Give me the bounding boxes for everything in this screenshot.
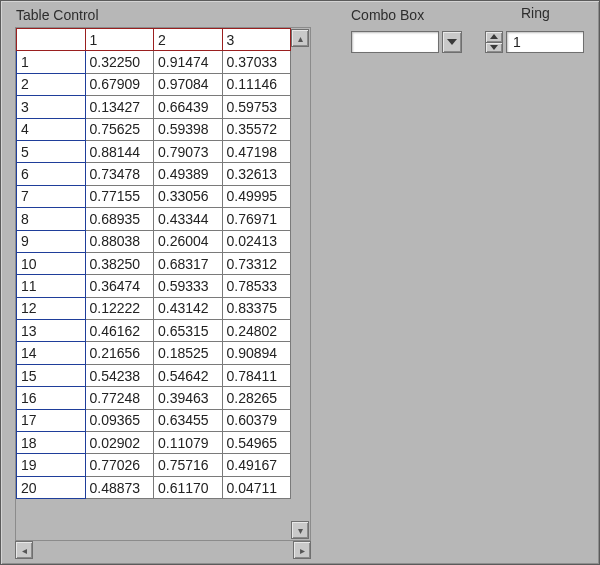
table-row[interactable]: 160.772480.394630.28265 <box>17 387 291 409</box>
table-grid[interactable]: 1 2 3 10.322500.914740.3703320.679090.97… <box>16 28 291 499</box>
table-hscroll[interactable]: ◂ ▸ <box>15 541 311 559</box>
cell[interactable]: 0.66439 <box>154 96 223 118</box>
cell[interactable]: 0.90894 <box>222 342 291 364</box>
row-header[interactable]: 11 <box>17 275 86 297</box>
row-header[interactable]: 6 <box>17 163 86 185</box>
cell[interactable]: 0.68317 <box>154 252 223 274</box>
row-header[interactable]: 7 <box>17 185 86 207</box>
cell[interactable]: 0.76971 <box>222 208 291 230</box>
cell[interactable]: 0.26004 <box>154 230 223 252</box>
cell[interactable]: 0.33056 <box>154 185 223 207</box>
col-header[interactable]: 3 <box>222 29 291 51</box>
cell[interactable]: 0.49995 <box>222 185 291 207</box>
cell[interactable]: 0.04711 <box>222 476 291 498</box>
cell[interactable]: 0.24802 <box>222 320 291 342</box>
cell[interactable]: 0.78411 <box>222 364 291 386</box>
cell[interactable]: 0.60379 <box>222 409 291 431</box>
row-header[interactable]: 19 <box>17 454 86 476</box>
table-row[interactable]: 60.734780.493890.32613 <box>17 163 291 185</box>
table-row[interactable]: 200.488730.611700.04711 <box>17 476 291 498</box>
table-row[interactable]: 40.756250.593980.35572 <box>17 118 291 140</box>
table-row[interactable]: 80.689350.433440.76971 <box>17 208 291 230</box>
cell[interactable]: 0.59333 <box>154 275 223 297</box>
cell[interactable]: 0.68935 <box>85 208 154 230</box>
table-row[interactable]: 10.322500.914740.37033 <box>17 51 291 73</box>
cell[interactable]: 0.09365 <box>85 409 154 431</box>
combo-box[interactable] <box>351 31 462 53</box>
row-header[interactable]: 17 <box>17 409 86 431</box>
cell[interactable]: 0.38250 <box>85 252 154 274</box>
combo-field[interactable] <box>351 31 439 53</box>
cell[interactable]: 0.75716 <box>154 454 223 476</box>
cell[interactable]: 0.59398 <box>154 118 223 140</box>
cell[interactable]: 0.43344 <box>154 208 223 230</box>
cell[interactable]: 0.13427 <box>85 96 154 118</box>
row-header[interactable]: 5 <box>17 140 86 162</box>
table-row[interactable]: 120.122220.431420.83375 <box>17 297 291 319</box>
cell[interactable]: 0.02902 <box>85 432 154 454</box>
table-row[interactable]: 140.216560.185250.90894 <box>17 342 291 364</box>
cell[interactable]: 0.91474 <box>154 51 223 73</box>
table-control[interactable]: 1 2 3 10.322500.914740.3703320.679090.97… <box>15 27 311 559</box>
ring-decrement-button[interactable] <box>485 43 503 54</box>
ring-spinner[interactable] <box>485 31 503 53</box>
cell[interactable]: 0.73478 <box>85 163 154 185</box>
row-header[interactable]: 4 <box>17 118 86 140</box>
combo-dropdown-button[interactable] <box>442 31 462 53</box>
row-header[interactable]: 14 <box>17 342 86 364</box>
cell[interactable]: 0.49167 <box>222 454 291 476</box>
cell[interactable]: 0.54965 <box>222 432 291 454</box>
cell[interactable]: 0.88144 <box>85 140 154 162</box>
col-header[interactable]: 1 <box>85 29 154 51</box>
row-header[interactable]: 12 <box>17 297 86 319</box>
cell[interactable]: 0.65315 <box>154 320 223 342</box>
cell[interactable]: 0.35572 <box>222 118 291 140</box>
cell[interactable]: 0.43142 <box>154 297 223 319</box>
cell[interactable]: 0.11146 <box>222 73 291 95</box>
cell[interactable]: 0.12222 <box>85 297 154 319</box>
table-vscroll[interactable]: ▴ ▾ <box>291 29 309 539</box>
row-header[interactable]: 20 <box>17 476 86 498</box>
cell[interactable]: 0.28265 <box>222 387 291 409</box>
table-row[interactable]: 50.881440.790730.47198 <box>17 140 291 162</box>
cell[interactable]: 0.97084 <box>154 73 223 95</box>
table-row[interactable]: 130.461620.653150.24802 <box>17 320 291 342</box>
table-row[interactable]: 20.679090.970840.11146 <box>17 73 291 95</box>
scroll-up-button[interactable]: ▴ <box>291 29 309 47</box>
cell[interactable]: 0.48873 <box>85 476 154 498</box>
cell[interactable]: 0.79073 <box>154 140 223 162</box>
cell[interactable]: 0.77248 <box>85 387 154 409</box>
cell[interactable]: 0.77155 <box>85 185 154 207</box>
cell[interactable]: 0.32250 <box>85 51 154 73</box>
table-row[interactable]: 110.364740.593330.78533 <box>17 275 291 297</box>
cell[interactable]: 0.49389 <box>154 163 223 185</box>
row-header[interactable]: 15 <box>17 364 86 386</box>
cell[interactable]: 0.21656 <box>85 342 154 364</box>
cell[interactable]: 0.73312 <box>222 252 291 274</box>
cell[interactable]: 0.83375 <box>222 297 291 319</box>
cell[interactable]: 0.54642 <box>154 364 223 386</box>
col-header[interactable]: 2 <box>154 29 223 51</box>
ring-increment-button[interactable] <box>485 31 503 43</box>
row-header[interactable]: 3 <box>17 96 86 118</box>
cell[interactable]: 0.61170 <box>154 476 223 498</box>
cell[interactable]: 0.39463 <box>154 387 223 409</box>
table-row[interactable]: 180.029020.110790.54965 <box>17 432 291 454</box>
cell[interactable]: 0.77026 <box>85 454 154 476</box>
cell[interactable]: 0.02413 <box>222 230 291 252</box>
cell[interactable]: 0.37033 <box>222 51 291 73</box>
cell[interactable]: 0.18525 <box>154 342 223 364</box>
cell[interactable]: 0.54238 <box>85 364 154 386</box>
cell[interactable]: 0.46162 <box>85 320 154 342</box>
ring-control[interactable]: 1 <box>485 31 584 53</box>
table-row[interactable]: 150.542380.546420.78411 <box>17 364 291 386</box>
row-header[interactable]: 8 <box>17 208 86 230</box>
cell[interactable]: 0.47198 <box>222 140 291 162</box>
row-header[interactable]: 10 <box>17 252 86 274</box>
table-row[interactable]: 190.770260.757160.49167 <box>17 454 291 476</box>
table-row[interactable]: 30.134270.664390.59753 <box>17 96 291 118</box>
scroll-down-button[interactable]: ▾ <box>291 521 309 539</box>
ring-field[interactable]: 1 <box>506 31 584 53</box>
row-header[interactable]: 9 <box>17 230 86 252</box>
table-row[interactable]: 70.771550.330560.49995 <box>17 185 291 207</box>
